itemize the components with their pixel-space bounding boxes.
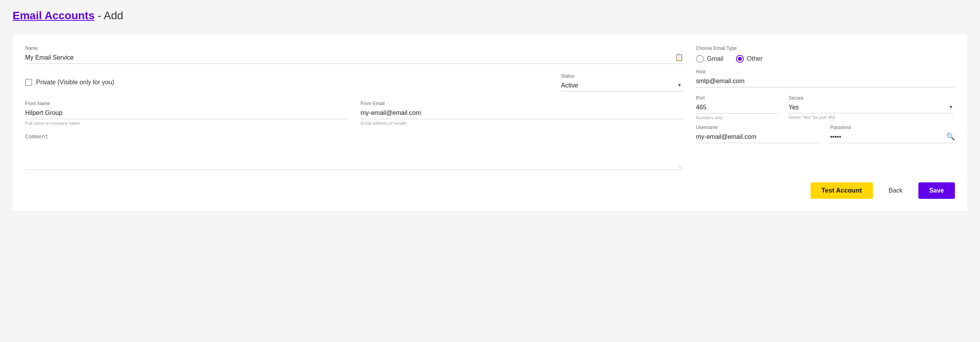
test-account-button[interactable]: Test Account (811, 182, 873, 199)
from-email-hint: Email address of sender (361, 121, 683, 126)
private-status-row: Private (Visible only for you) Status Ac… (25, 73, 683, 91)
from-email-input[interactable] (361, 108, 683, 119)
name-input[interactable] (25, 53, 683, 64)
status-field-group: Status Active Inactive ▼ (561, 73, 683, 91)
name-label: Name (25, 45, 683, 51)
email-type-label: Choose Email Type (696, 45, 955, 51)
right-column: Choose Email Type Gmail Other (696, 45, 955, 170)
other-radio-label: Other (747, 55, 763, 62)
port-field-group: Port Numbers only (696, 95, 779, 120)
bottom-actions-row: Test Account Back Save (25, 182, 955, 199)
email-accounts-link[interactable]: Email Accounts (13, 9, 95, 22)
status-select-wrapper: Active Inactive ▼ (561, 80, 683, 91)
private-checkbox[interactable] (25, 79, 32, 86)
from-name-field-group: From Name Full name or company name (25, 101, 348, 126)
gmail-radio-option[interactable]: Gmail (696, 55, 723, 63)
username-field-group: Username (696, 125, 821, 143)
comment-field-group: ⤡ (25, 132, 683, 170)
from-name-label: From Name (25, 101, 348, 106)
form-card: Name 📋 Private (Visible only for you) St… (13, 35, 967, 211)
comment-input[interactable] (25, 132, 683, 170)
from-name-input[interactable] (25, 108, 348, 119)
from-fields-row: From Name Full name or company name From… (25, 101, 683, 126)
port-hint: Numbers only (696, 115, 779, 120)
status-label: Status (561, 73, 683, 79)
private-checkbox-label[interactable]: Private (Visible only for you) (25, 79, 548, 86)
email-type-section: Choose Email Type Gmail Other (696, 45, 955, 63)
page-title: Email Accounts - Add (13, 9, 967, 22)
other-radio-option[interactable]: Other (736, 55, 763, 63)
card-icon: 📋 (675, 53, 683, 62)
from-name-hint: Full name or company name (25, 121, 348, 126)
host-field-group: Host (696, 69, 955, 87)
host-input[interactable] (696, 76, 955, 87)
port-label: Port (696, 95, 779, 101)
resize-handle-icon: ⤡ (678, 164, 683, 169)
status-select[interactable]: Active Inactive (561, 80, 683, 91)
save-button[interactable]: Save (918, 182, 955, 199)
gmail-radio-label: Gmail (707, 55, 723, 62)
from-email-label: From Email (361, 101, 683, 106)
password-input[interactable] (830, 132, 955, 143)
private-label: Private (Visible only for you) (36, 79, 114, 86)
left-column: Name 📋 Private (Visible only for you) St… (25, 45, 683, 170)
host-label: Host (696, 69, 955, 75)
other-radio-circle[interactable] (736, 55, 744, 63)
back-button[interactable]: Back (879, 182, 912, 199)
secure-hint: Select "Yes" for port 465 (789, 115, 955, 120)
username-input[interactable] (696, 132, 821, 143)
username-label: Username (696, 125, 821, 130)
secure-select-wrapper: Yes No ▼ (789, 102, 955, 113)
port-secure-row: Port Numbers only Secure Yes No ▼ (696, 95, 955, 120)
password-visibility-icon[interactable]: 🔍 (946, 132, 955, 141)
secure-select[interactable]: Yes No (789, 102, 955, 113)
from-email-field-group: From Email Email address of sender (361, 101, 683, 126)
secure-label: Secure (789, 95, 955, 101)
password-label: Password (830, 125, 955, 130)
port-input[interactable] (696, 102, 779, 114)
name-field-group: Name 📋 (25, 45, 683, 64)
user-pass-row: Username Password 🔍 (696, 125, 955, 143)
password-field-group: Password 🔍 (830, 125, 955, 143)
secure-field-group: Secure Yes No ▼ Select "Yes" for port 46… (789, 95, 955, 120)
email-type-radio-group: Gmail Other (696, 55, 955, 63)
gmail-radio-circle[interactable] (696, 55, 704, 63)
